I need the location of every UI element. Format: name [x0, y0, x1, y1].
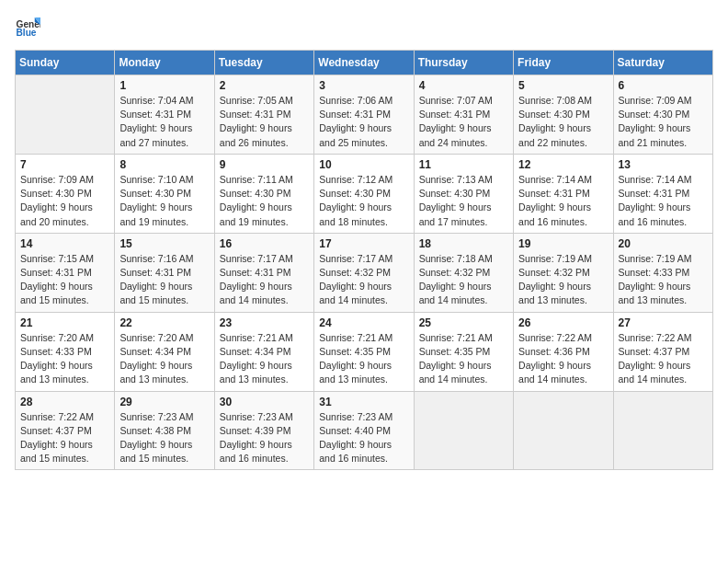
day-number: 10: [319, 158, 408, 171]
calendar-cell: 13Sunrise: 7:14 AM Sunset: 4:31 PM Dayli…: [613, 154, 712, 233]
calendar-cell: 27Sunrise: 7:22 AM Sunset: 4:37 PM Dayli…: [613, 312, 712, 391]
day-number: 2: [220, 79, 309, 92]
day-number: 20: [619, 237, 708, 250]
day-info: Sunrise: 7:19 AM Sunset: 4:33 PM Dayligh…: [619, 252, 708, 308]
header-monday: Monday: [115, 51, 214, 75]
calendar-cell: 30Sunrise: 7:23 AM Sunset: 4:39 PM Dayli…: [214, 391, 313, 470]
day-info: Sunrise: 7:04 AM Sunset: 4:31 PM Dayligh…: [119, 94, 209, 150]
day-info: Sunrise: 7:17 AM Sunset: 4:32 PM Dayligh…: [319, 252, 408, 308]
calendar-cell: [514, 391, 613, 470]
calendar-header-row: SundayMondayTuesdayWednesdayThursdayFrid…: [16, 51, 713, 75]
calendar-cell: 20Sunrise: 7:19 AM Sunset: 4:33 PM Dayli…: [613, 233, 712, 312]
day-info: Sunrise: 7:07 AM Sunset: 4:31 PM Dayligh…: [419, 94, 508, 150]
day-info: Sunrise: 7:10 AM Sunset: 4:30 PM Dayligh…: [119, 173, 209, 229]
logo: General Blue: [15, 15, 40, 40]
day-info: Sunrise: 7:13 AM Sunset: 4:30 PM Dayligh…: [419, 173, 508, 229]
header-saturday: Saturday: [613, 51, 712, 75]
calendar-cell: 6Sunrise: 7:09 AM Sunset: 4:30 PM Daylig…: [613, 75, 712, 155]
day-info: Sunrise: 7:15 AM Sunset: 4:31 PM Dayligh…: [20, 252, 109, 308]
calendar-table: SundayMondayTuesdayWednesdayThursdayFrid…: [15, 50, 713, 470]
day-info: Sunrise: 7:20 AM Sunset: 4:33 PM Dayligh…: [20, 331, 109, 387]
header-wednesday: Wednesday: [314, 51, 414, 75]
day-info: Sunrise: 7:22 AM Sunset: 4:37 PM Dayligh…: [20, 410, 109, 466]
day-number: 1: [119, 79, 209, 92]
day-number: 11: [419, 158, 508, 171]
calendar-cell: 4Sunrise: 7:07 AM Sunset: 4:31 PM Daylig…: [414, 75, 513, 155]
day-number: 17: [319, 237, 408, 250]
calendar-cell: 18Sunrise: 7:18 AM Sunset: 4:32 PM Dayli…: [414, 233, 513, 312]
calendar-cell: 22Sunrise: 7:20 AM Sunset: 4:34 PM Dayli…: [115, 312, 214, 391]
day-number: 18: [419, 237, 508, 250]
day-number: 14: [20, 237, 109, 250]
day-number: 28: [20, 396, 109, 408]
calendar-cell: 12Sunrise: 7:14 AM Sunset: 4:31 PM Dayli…: [514, 154, 613, 233]
calendar-week-5: 28Sunrise: 7:22 AM Sunset: 4:37 PM Dayli…: [16, 391, 713, 470]
day-info: Sunrise: 7:16 AM Sunset: 4:31 PM Dayligh…: [119, 252, 209, 308]
day-number: 9: [220, 158, 309, 171]
day-info: Sunrise: 7:21 AM Sunset: 4:34 PM Dayligh…: [220, 331, 309, 387]
calendar-week-2: 7Sunrise: 7:09 AM Sunset: 4:30 PM Daylig…: [16, 154, 713, 233]
calendar-cell: 1Sunrise: 7:04 AM Sunset: 4:31 PM Daylig…: [115, 75, 214, 155]
day-info: Sunrise: 7:14 AM Sunset: 4:31 PM Dayligh…: [518, 173, 608, 229]
day-info: Sunrise: 7:23 AM Sunset: 4:40 PM Dayligh…: [319, 410, 408, 466]
calendar-cell: 5Sunrise: 7:08 AM Sunset: 4:30 PM Daylig…: [514, 75, 613, 155]
calendar-cell: 9Sunrise: 7:11 AM Sunset: 4:30 PM Daylig…: [214, 154, 313, 233]
day-info: Sunrise: 7:20 AM Sunset: 4:34 PM Dayligh…: [119, 331, 209, 387]
calendar-week-3: 14Sunrise: 7:15 AM Sunset: 4:31 PM Dayli…: [16, 233, 713, 312]
day-number: 25: [419, 316, 508, 329]
day-number: 23: [220, 316, 309, 329]
calendar-cell: 3Sunrise: 7:06 AM Sunset: 4:31 PM Daylig…: [314, 75, 414, 155]
day-info: Sunrise: 7:17 AM Sunset: 4:31 PM Dayligh…: [220, 252, 309, 308]
day-info: Sunrise: 7:23 AM Sunset: 4:39 PM Dayligh…: [220, 410, 309, 466]
day-info: Sunrise: 7:11 AM Sunset: 4:30 PM Dayligh…: [220, 173, 309, 229]
page-header: General Blue: [15, 15, 713, 40]
header-tuesday: Tuesday: [214, 51, 313, 75]
calendar-cell: 2Sunrise: 7:05 AM Sunset: 4:31 PM Daylig…: [214, 75, 313, 155]
day-info: Sunrise: 7:19 AM Sunset: 4:32 PM Dayligh…: [518, 252, 608, 308]
day-number: 19: [518, 237, 608, 250]
day-number: 30: [220, 396, 309, 408]
calendar-cell: 21Sunrise: 7:20 AM Sunset: 4:33 PM Dayli…: [16, 312, 115, 391]
day-number: 3: [319, 79, 408, 92]
calendar-cell: 25Sunrise: 7:21 AM Sunset: 4:35 PM Dayli…: [414, 312, 513, 391]
calendar-cell: 29Sunrise: 7:23 AM Sunset: 4:38 PM Dayli…: [115, 391, 214, 470]
logo-icon: General Blue: [15, 15, 40, 40]
calendar-cell: [613, 391, 712, 470]
calendar-cell: 28Sunrise: 7:22 AM Sunset: 4:37 PM Dayli…: [16, 391, 115, 470]
header-thursday: Thursday: [414, 51, 513, 75]
calendar-cell: 14Sunrise: 7:15 AM Sunset: 4:31 PM Dayli…: [16, 233, 115, 312]
calendar-cell: 16Sunrise: 7:17 AM Sunset: 4:31 PM Dayli…: [214, 233, 313, 312]
day-info: Sunrise: 7:22 AM Sunset: 4:36 PM Dayligh…: [518, 331, 608, 387]
day-info: Sunrise: 7:09 AM Sunset: 4:30 PM Dayligh…: [619, 94, 708, 150]
day-number: 21: [20, 316, 109, 329]
day-info: Sunrise: 7:21 AM Sunset: 4:35 PM Dayligh…: [319, 331, 408, 387]
day-info: Sunrise: 7:08 AM Sunset: 4:30 PM Dayligh…: [518, 94, 608, 150]
day-info: Sunrise: 7:18 AM Sunset: 4:32 PM Dayligh…: [419, 252, 508, 308]
day-info: Sunrise: 7:06 AM Sunset: 4:31 PM Dayligh…: [319, 94, 408, 150]
day-info: Sunrise: 7:12 AM Sunset: 4:30 PM Dayligh…: [319, 173, 408, 229]
day-info: Sunrise: 7:14 AM Sunset: 4:31 PM Dayligh…: [619, 173, 708, 229]
calendar-cell: 19Sunrise: 7:19 AM Sunset: 4:32 PM Dayli…: [514, 233, 613, 312]
calendar-cell: 26Sunrise: 7:22 AM Sunset: 4:36 PM Dayli…: [514, 312, 613, 391]
calendar-cell: 15Sunrise: 7:16 AM Sunset: 4:31 PM Dayli…: [115, 233, 214, 312]
day-info: Sunrise: 7:23 AM Sunset: 4:38 PM Dayligh…: [119, 410, 209, 466]
day-number: 29: [119, 396, 209, 408]
day-info: Sunrise: 7:05 AM Sunset: 4:31 PM Dayligh…: [220, 94, 309, 150]
day-number: 7: [20, 158, 109, 171]
day-number: 12: [518, 158, 608, 171]
calendar-cell: [16, 75, 115, 155]
day-info: Sunrise: 7:21 AM Sunset: 4:35 PM Dayligh…: [419, 331, 508, 387]
calendar-cell: 24Sunrise: 7:21 AM Sunset: 4:35 PM Dayli…: [314, 312, 414, 391]
header-friday: Friday: [514, 51, 613, 75]
day-number: 5: [518, 79, 608, 92]
calendar-cell: 23Sunrise: 7:21 AM Sunset: 4:34 PM Dayli…: [214, 312, 313, 391]
day-number: 24: [319, 316, 408, 329]
calendar-cell: [414, 391, 513, 470]
svg-text:Blue: Blue: [17, 28, 37, 38]
day-number: 31: [319, 396, 408, 408]
day-number: 6: [619, 79, 708, 92]
day-number: 15: [119, 237, 209, 250]
header-sunday: Sunday: [16, 51, 115, 75]
calendar-cell: 17Sunrise: 7:17 AM Sunset: 4:32 PM Dayli…: [314, 233, 414, 312]
calendar-body: 1Sunrise: 7:04 AM Sunset: 4:31 PM Daylig…: [16, 75, 713, 470]
